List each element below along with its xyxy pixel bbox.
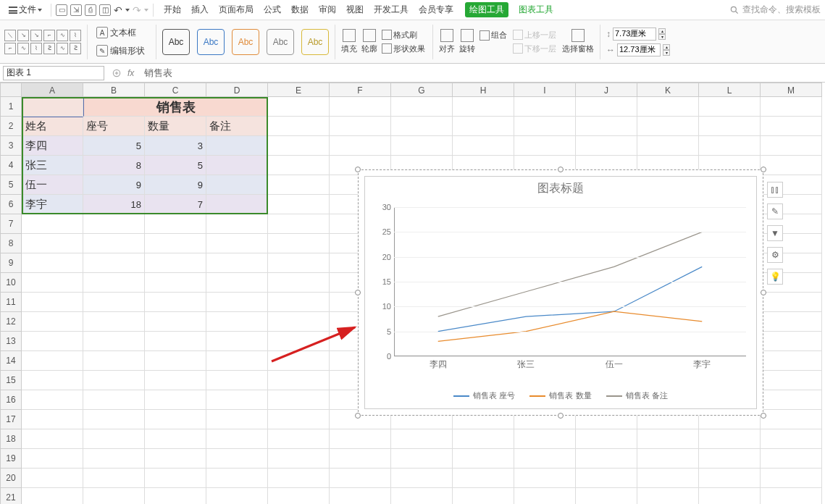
cell[interactable] — [206, 273, 268, 293]
cell[interactable] — [145, 410, 206, 429]
resize-handle[interactable] — [355, 413, 361, 419]
cell[interactable]: 姓名 — [22, 117, 83, 136]
row-header[interactable]: 16 — [0, 390, 22, 410]
cell[interactable]: 李宇 — [22, 195, 83, 214]
cell[interactable] — [145, 488, 206, 504]
cell[interactable] — [22, 351, 83, 371]
cell[interactable] — [145, 293, 206, 312]
cell[interactable] — [330, 136, 391, 156]
table-title[interactable]: 销售表 — [83, 97, 268, 117]
row-header[interactable]: 1 — [0, 97, 22, 117]
cell[interactable] — [22, 488, 83, 504]
redo-more-icon[interactable] — [144, 9, 148, 12]
cell[interactable] — [761, 136, 822, 156]
chart-settings-button[interactable]: ⚙ — [767, 247, 783, 263]
cell[interactable] — [206, 449, 268, 469]
chart-title[interactable]: 图表标题 — [365, 181, 756, 196]
row-header[interactable]: 5 — [0, 175, 22, 195]
spin-up-icon[interactable]: ▴ — [663, 44, 670, 50]
cell[interactable] — [22, 469, 83, 488]
cell[interactable]: 5 — [83, 136, 145, 156]
cell[interactable] — [514, 429, 576, 449]
cell[interactable] — [83, 429, 145, 449]
resize-handle[interactable] — [558, 167, 564, 172]
cell[interactable] — [206, 214, 268, 234]
row-header[interactable]: 15 — [0, 371, 22, 390]
cell[interactable] — [145, 429, 206, 449]
chart-object[interactable]: ⫿⫿ ✎ ▼ ⚙ 💡 图表标题 051015202530李四张三伍一李宇 销售表… — [358, 169, 763, 416]
search-box[interactable]: 查找命令、搜索模板 — [729, 4, 821, 16]
cell[interactable] — [206, 253, 268, 273]
cell[interactable] — [637, 136, 699, 156]
row-header[interactable]: 4 — [0, 156, 22, 175]
resize-handle[interactable] — [761, 167, 766, 172]
cell[interactable] — [761, 488, 822, 504]
legend-item[interactable]: 销售表 备注 — [606, 390, 668, 401]
name-box[interactable]: 图表 1 — [3, 66, 104, 80]
column-header[interactable]: H — [453, 83, 514, 97]
cell[interactable] — [761, 351, 822, 371]
outline-button[interactable]: 轮廓 — [361, 29, 377, 54]
cell[interactable] — [330, 469, 391, 488]
cell[interactable] — [761, 390, 822, 410]
cell[interactable] — [576, 488, 637, 504]
column-header[interactable]: D — [206, 83, 268, 97]
cell[interactable] — [268, 195, 330, 214]
file-menu[interactable]: 文件 — [4, 2, 46, 17]
cell[interactable] — [22, 293, 83, 312]
column-header[interactable]: J — [576, 83, 637, 97]
cell[interactable] — [83, 410, 145, 429]
cell[interactable] — [206, 390, 268, 410]
row-header[interactable]: 13 — [0, 332, 22, 351]
resize-handle[interactable] — [355, 167, 361, 172]
cell[interactable] — [268, 449, 330, 469]
cell[interactable] — [145, 469, 206, 488]
column-header[interactable]: L — [699, 83, 761, 97]
cell[interactable] — [761, 117, 822, 136]
row-header[interactable]: 7 — [0, 214, 22, 234]
cell[interactable] — [453, 429, 514, 449]
cell[interactable] — [637, 97, 699, 117]
cell[interactable] — [83, 469, 145, 488]
cell[interactable] — [268, 469, 330, 488]
cell[interactable]: 李四 — [22, 136, 83, 156]
cell[interactable] — [453, 469, 514, 488]
tab-chart-tools[interactable]: 图表工具 — [519, 4, 553, 16]
cell[interactable] — [206, 410, 268, 429]
preview-icon[interactable]: ◫ — [99, 4, 111, 16]
resize-handle[interactable] — [355, 290, 361, 295]
cell[interactable] — [637, 117, 699, 136]
column-header[interactable]: A — [22, 83, 83, 97]
cell[interactable] — [268, 351, 330, 371]
cell[interactable] — [83, 234, 145, 253]
resize-handle[interactable] — [761, 290, 766, 295]
cell[interactable] — [514, 97, 576, 117]
cell[interactable] — [391, 488, 453, 504]
print-icon[interactable]: ⎙ — [85, 4, 96, 16]
cell[interactable] — [637, 429, 699, 449]
cell[interactable] — [268, 117, 330, 136]
cell[interactable]: 张三 — [22, 156, 83, 175]
row-header[interactable]: 6 — [0, 195, 22, 214]
cell[interactable] — [22, 273, 83, 293]
cell[interactable] — [637, 488, 699, 504]
cell[interactable] — [391, 136, 453, 156]
legend-item[interactable]: 销售表 座号 — [453, 390, 515, 401]
row-header[interactable]: 2 — [0, 117, 22, 136]
tab-member[interactable]: 会员专享 — [419, 4, 453, 16]
cell[interactable] — [268, 390, 330, 410]
bring-forward-button[interactable]: 上移一层 — [513, 30, 558, 41]
cell[interactable] — [391, 449, 453, 469]
cell[interactable] — [22, 312, 83, 332]
cell[interactable]: 座号 — [83, 117, 145, 136]
tab-drawing-tools[interactable]: 绘图工具 — [465, 2, 508, 17]
spin-up-icon[interactable]: ▴ — [658, 28, 666, 34]
fx-icon[interactable]: fx — [127, 68, 134, 78]
cell[interactable] — [637, 449, 699, 469]
cell[interactable] — [761, 97, 822, 117]
cell[interactable] — [391, 469, 453, 488]
tab-review[interactable]: 审阅 — [319, 4, 336, 16]
cell[interactable] — [206, 371, 268, 390]
chart-tips-button[interactable]: 💡 — [767, 269, 783, 285]
cell[interactable] — [206, 429, 268, 449]
